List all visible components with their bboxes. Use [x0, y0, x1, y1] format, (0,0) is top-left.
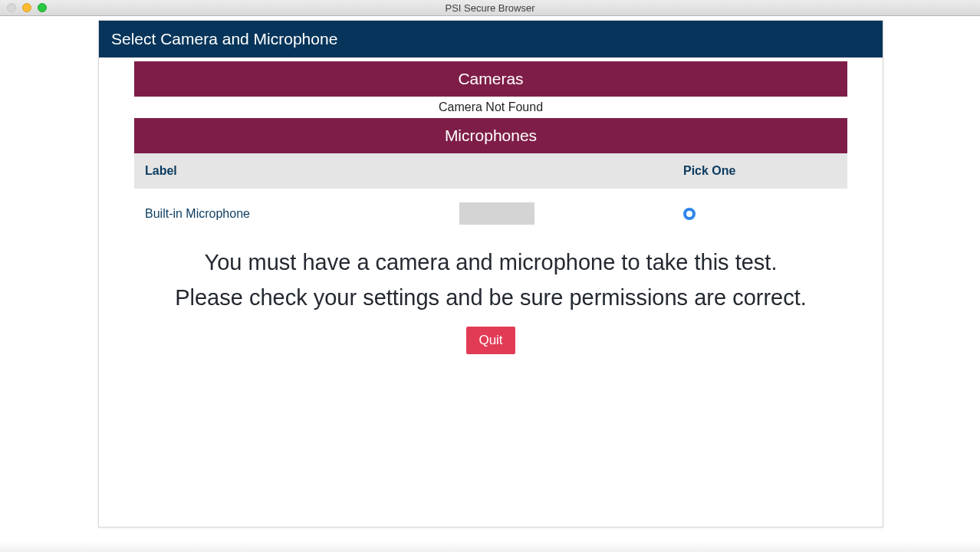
bottom-shadow	[0, 541, 980, 552]
microphone-label: Built-in Microphone	[145, 207, 459, 221]
devices-section: Cameras Camera Not Found Microphones Lab…	[134, 58, 847, 238]
microphone-pick-cell	[683, 208, 837, 220]
microphone-table-header: Label Pick One	[134, 153, 847, 189]
column-header-pick: Pick One	[683, 164, 837, 178]
instruction-line-2: Please check your settings and be sure p…	[99, 280, 883, 315]
table-row: Built-in Microphone	[134, 189, 847, 238]
window-maximize-icon[interactable]	[38, 3, 47, 12]
traffic-lights	[0, 3, 47, 12]
window-minimize-icon[interactable]	[22, 3, 31, 12]
camera-status-text: Camera Not Found	[134, 97, 847, 118]
macos-titlebar: PSI Secure Browser	[0, 0, 980, 16]
cameras-banner: Cameras	[134, 61, 847, 97]
microphone-level-cell	[459, 202, 683, 225]
microphone-radio[interactable]	[683, 208, 696, 220]
microphone-level-meter	[459, 202, 534, 225]
quit-button[interactable]: Quit	[466, 327, 515, 354]
instruction-messages: You must have a camera and microphone to…	[99, 245, 883, 316]
content-area: Cameras Camera Not Found Microphones Lab…	[99, 58, 883, 354]
window-title: PSI Secure Browser	[0, 2, 980, 14]
instruction-line-1: You must have a camera and microphone to…	[99, 245, 883, 280]
column-header-label: Label	[145, 164, 459, 178]
microphones-banner: Microphones	[134, 118, 847, 153]
app-window: Select Camera and Microphone Cameras Cam…	[98, 20, 883, 527]
page-title: Select Camera and Microphone	[99, 21, 883, 58]
quit-button-container: Quit	[99, 327, 883, 354]
window-close-icon	[7, 3, 16, 12]
workspace: Select Camera and Microphone Cameras Cam…	[0, 16, 980, 552]
